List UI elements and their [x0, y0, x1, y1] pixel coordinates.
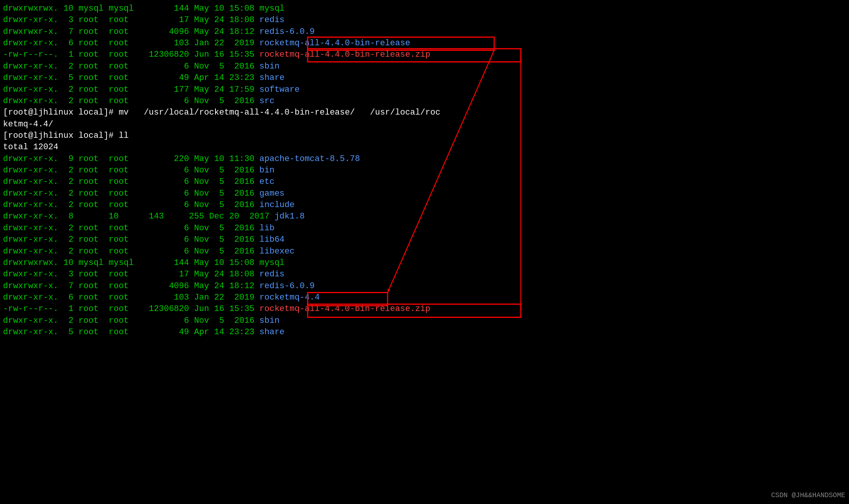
terminal-text: rocketmq-4.4	[259, 292, 319, 303]
terminal-text: drwxr-xr-x. 9 root root 220 May 10 11:30	[3, 153, 259, 165]
terminal-text: drwxr-xr-x. 5 root root 49 Apr 14 23:23	[3, 72, 259, 84]
terminal-line: drwxrwxr-x. 7 root root 4096 May 24 18:1…	[3, 26, 849, 38]
terminal-text: redis-6.0.9	[259, 26, 314, 38]
terminal-text: rocketmq-all-4.4.0-bin-release	[259, 38, 410, 49]
watermark: CSDN @JH&&HANDSOME	[771, 491, 845, 500]
terminal-line: drwxr-xr-x. 3 root root 17 May 24 18:08 …	[3, 269, 849, 280]
terminal-line: drwxr-xr-x. 2 root root 6 Nov 5 2016 etc	[3, 176, 849, 188]
terminal-text: apache-tomcat-8.5.78	[259, 153, 360, 165]
terminal-text: share	[259, 72, 284, 84]
terminal-text: redis-6.0.9	[259, 281, 314, 292]
terminal-text: lib	[259, 223, 274, 234]
terminal-line: drwxr-xr-x. 5 root root 49 Apr 14 23:23 …	[3, 327, 849, 338]
terminal-text: drwxr-xr-x. 3 root root 17 May 24 18:08	[3, 14, 259, 26]
terminal-line: total 12024	[3, 142, 849, 153]
terminal-text: drwxr-xr-x. 6 root root 103 Jan 22 2019	[3, 38, 259, 49]
terminal-text: etc	[259, 176, 274, 188]
terminal-line: drwxr-xr-x. 2 root root 6 Nov 5 2016 lib…	[3, 234, 849, 246]
terminal-text: drwxrwxrwx. 10 mysql mysql 144 May 10 15…	[3, 3, 259, 14]
terminal-text: share	[259, 327, 284, 338]
terminal-line: drwxr-xr-x. 2 root root 6 Nov 5 2016 gam…	[3, 188, 849, 199]
terminal-text: rocketmq-all-4.4.0-bin-release.zip	[259, 49, 430, 61]
terminal-text: total 12024	[3, 142, 58, 153]
terminal-text: drwxr-xr-x. 2 root root 6 Nov 5 2016	[3, 223, 259, 234]
terminal-text: -rw-r--r--. 1 root root 12306820 Jun 16 …	[3, 303, 259, 315]
terminal-text: drwxr-xr-x. 2 root root 6 Nov 5 2016	[3, 199, 259, 211]
terminal-text: bin	[259, 165, 274, 176]
terminal-line: drwxr-xr-x. 6 root root 103 Jan 22 2019 …	[3, 38, 849, 49]
terminal-text: drwxrwxrwx. 10 mysql mysql 144 May 10 15…	[3, 257, 259, 269]
terminal-line: -rw-r--r--. 1 root root 12306820 Jun 16 …	[3, 49, 849, 61]
terminal-text: drwxr-xr-x. 2 root root 177 May 24 17:59	[3, 84, 259, 96]
terminal-text: sbin	[259, 61, 279, 72]
terminal-line: drwxr-xr-x. 2 root root 6 Nov 5 2016 inc…	[3, 199, 849, 211]
terminal-text: games	[259, 188, 284, 199]
terminal-line: -rw-r--r--. 1 root root 12306820 Jun 16 …	[3, 303, 849, 315]
terminal-text: drwxr-xr-x. 5 root root 49 Apr 14 23:23	[3, 327, 259, 338]
terminal-line: drwxr-xr-x. 2 root root 6 Nov 5 2016 lib	[3, 223, 849, 234]
terminal-line: drwxr-xr-x. 2 root root 177 May 24 17:59…	[3, 84, 849, 96]
terminal-text: src	[259, 96, 274, 107]
terminal-line: [root@ljhlinux local]# ll	[3, 130, 849, 142]
terminal-text: drwxr-xr-x. 6 root root 103 Jan 22 2019	[3, 292, 259, 303]
terminal-line: drwxrwxrwx. 10 mysql mysql 144 May 10 15…	[3, 3, 849, 14]
terminal-text: [root@ljhlinux local]# ll	[3, 130, 129, 142]
terminal-line: drwxr-xr-x. 6 root root 103 Jan 22 2019 …	[3, 292, 849, 303]
terminal-text: ketmq-4.4/	[3, 119, 53, 130]
terminal-line: ketmq-4.4/	[3, 119, 849, 130]
terminal-text: drwxrwxr-x. 7 root root 4096 May 24 18:1…	[3, 26, 259, 38]
terminal-line: drwxr-xr-x. 2 root root 6 Nov 5 2016 sbi…	[3, 315, 849, 327]
terminal-line: drwxrwxrwx. 10 mysql mysql 144 May 10 15…	[3, 257, 849, 269]
terminal-text: mysql	[259, 3, 284, 14]
terminal-text: drwxr-xr-x. 2 root root 6 Nov 5 2016	[3, 176, 259, 188]
terminal-text: drwxr-xr-x. 2 root root 6 Nov 5 2016	[3, 188, 259, 199]
terminal-text: drwxr-xr-x. 2 root root 6 Nov 5 2016	[3, 246, 259, 257]
terminal-line: drwxr-xr-x. 3 root root 17 May 24 18:08 …	[3, 14, 849, 26]
terminal-text: sbin	[259, 315, 279, 327]
terminal-text: drwxr-xr-x. 2 root root 6 Nov 5 2016	[3, 96, 259, 107]
terminal-line: drwxr-xr-x. 2 root root 6 Nov 5 2016 sbi…	[3, 61, 849, 72]
terminal-text: drwxrwxr-x. 7 root root 4096 May 24 18:1…	[3, 281, 259, 292]
terminal-text: drwxr-xr-x. 3 root root 17 May 24 18:08	[3, 269, 259, 280]
terminal-text: drwxr-xr-x. 2 root root 6 Nov 5 2016	[3, 61, 259, 72]
terminal: drwxrwxrwx. 10 mysql mysql 144 May 10 15…	[0, 0, 849, 338]
terminal-text: drwxr-xr-x. 2 root root 6 Nov 5 2016	[3, 234, 259, 246]
terminal-text: drwxr-xr-x. 2 root root 6 Nov 5 2016	[3, 165, 259, 176]
terminal-text: drwxr-xr-x. 8 10 143 255 Dec 20 2017	[3, 211, 274, 222]
terminal-line: drwxr-xr-x. 2 root root 6 Nov 5 2016 bin	[3, 165, 849, 176]
terminal-text: redis	[259, 269, 284, 280]
terminal-line: drwxr-xr-x. 2 root root 6 Nov 5 2016 lib…	[3, 246, 849, 257]
terminal-line: drwxrwxr-x. 7 root root 4096 May 24 18:1…	[3, 281, 849, 292]
terminal-text: drwxr-xr-x. 2 root root 6 Nov 5 2016	[3, 315, 259, 327]
terminal-text: jdk1.8	[274, 211, 305, 222]
terminal-text: lib64	[259, 234, 284, 246]
terminal-line: [root@ljhlinux local]# mv /usr/local/roc…	[3, 107, 849, 118]
terminal-text: [root@ljhlinux local]# mv /usr/local/roc…	[3, 107, 440, 118]
terminal-text: libexec	[259, 246, 294, 257]
terminal-text: mysql	[259, 257, 284, 269]
terminal-text: include	[259, 199, 294, 211]
terminal-line: drwxr-xr-x. 9 root root 220 May 10 11:30…	[3, 153, 849, 165]
terminal-line: drwxr-xr-x. 5 root root 49 Apr 14 23:23 …	[3, 72, 849, 84]
terminal-line: drwxr-xr-x. 2 root root 6 Nov 5 2016 src	[3, 96, 849, 107]
terminal-text: -rw-r--r--. 1 root root 12306820 Jun 16 …	[3, 49, 259, 61]
terminal-line: drwxr-xr-x. 8 10 143 255 Dec 20 2017 jdk…	[3, 211, 849, 222]
terminal-text: redis	[259, 14, 284, 26]
terminal-text: software	[259, 84, 300, 96]
terminal-text: rocketmq-all-4.4.0-bin-release.zip	[259, 303, 430, 315]
